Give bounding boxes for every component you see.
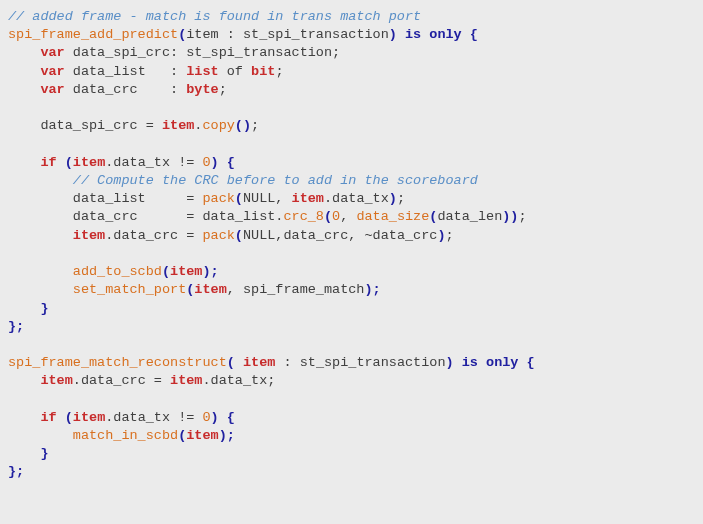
number-literal: 0 bbox=[202, 410, 210, 425]
code-block: // added frame - match is found in trans… bbox=[8, 8, 695, 482]
param: item : st_spi_transaction bbox=[186, 27, 389, 42]
item-keyword: item bbox=[194, 282, 226, 297]
brace-end: }; bbox=[8, 464, 24, 479]
number-literal: 0 bbox=[202, 155, 210, 170]
match-in-scbd-fn: match_in_scbd bbox=[73, 428, 178, 443]
item-keyword: item bbox=[186, 428, 218, 443]
item-keyword: item bbox=[40, 373, 72, 388]
brace: { bbox=[227, 410, 235, 425]
item-keyword: item bbox=[162, 118, 194, 133]
brace: } bbox=[40, 301, 48, 316]
bit-keyword: bit bbox=[251, 64, 275, 79]
var-keyword: var bbox=[40, 64, 64, 79]
item-keyword: item bbox=[73, 155, 105, 170]
number-literal: 0 bbox=[332, 209, 340, 224]
is-only: is only bbox=[454, 355, 527, 370]
byte-keyword: byte bbox=[186, 82, 218, 97]
add-to-scbd-fn: add_to_scbd bbox=[73, 264, 162, 279]
brace: { bbox=[527, 355, 535, 370]
set-match-port-fn: set_match_port bbox=[73, 282, 186, 297]
copy-method: copy bbox=[202, 118, 234, 133]
var-name: data_crc : bbox=[65, 82, 187, 97]
brace: } bbox=[40, 446, 48, 461]
pack-fn: pack bbox=[202, 191, 234, 206]
is-only: is only bbox=[397, 27, 470, 42]
if-keyword: if bbox=[40, 155, 56, 170]
pack-fn: pack bbox=[202, 228, 234, 243]
brace-end: }; bbox=[8, 319, 24, 334]
var-decl: data_spi_crc: st_spi_transaction; bbox=[65, 45, 340, 60]
condition: data_tx != bbox=[113, 410, 202, 425]
fn-name: spi_frame_match_reconstruct bbox=[8, 355, 227, 370]
crc8-fn: crc_8 bbox=[283, 209, 324, 224]
paren-close: ) bbox=[389, 27, 397, 42]
item-keyword: item bbox=[292, 191, 324, 206]
assign-lhs: data_crc = data_list. bbox=[73, 209, 284, 224]
list-keyword: list bbox=[186, 64, 218, 79]
comment-line: // added frame - match is found in trans… bbox=[8, 9, 421, 24]
brace: { bbox=[227, 155, 235, 170]
if-keyword: if bbox=[40, 410, 56, 425]
assign-lhs: data_spi_crc = bbox=[40, 118, 162, 133]
item-keyword: item bbox=[170, 264, 202, 279]
var-name: data_list : bbox=[65, 64, 187, 79]
fn-name: spi_frame_add_predict bbox=[8, 27, 178, 42]
item-keyword: item bbox=[73, 410, 105, 425]
item-keyword: item bbox=[170, 373, 202, 388]
item-keyword: item bbox=[73, 228, 105, 243]
assign-lhs: data_list = bbox=[73, 191, 203, 206]
var-keyword: var bbox=[40, 45, 64, 60]
data-size-fn: data_size bbox=[356, 209, 429, 224]
condition: data_tx != bbox=[113, 155, 202, 170]
var-keyword: var bbox=[40, 82, 64, 97]
brace: { bbox=[470, 27, 478, 42]
item-keyword: item bbox=[243, 355, 275, 370]
comment-line: // Compute the CRC before to add in the … bbox=[73, 173, 478, 188]
